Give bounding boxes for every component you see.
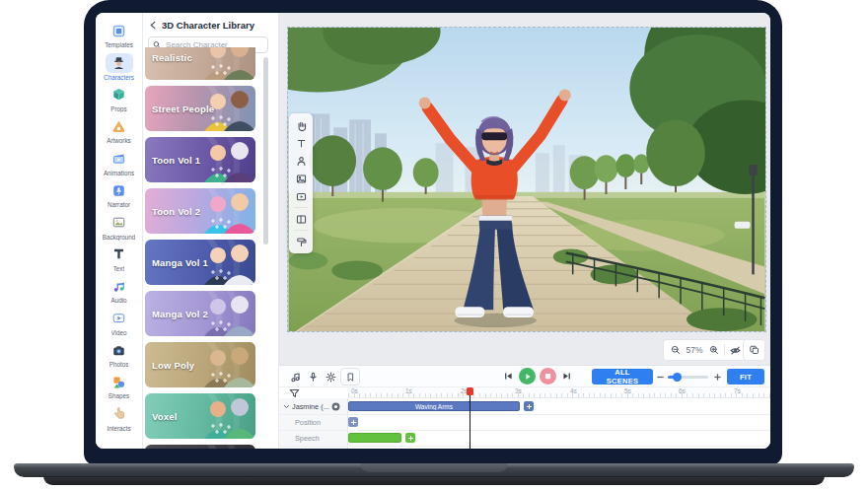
sparkle-icon xyxy=(209,217,235,231)
video-icon xyxy=(106,309,133,328)
text-tool-icon[interactable] xyxy=(291,134,311,152)
timeline-zoom-slider[interactable] xyxy=(668,376,708,379)
back-chevron-icon[interactable] xyxy=(149,21,158,30)
zoom-out-icon[interactable] xyxy=(668,343,683,358)
category-more[interactable] xyxy=(145,445,255,449)
hide-interface-icon[interactable] xyxy=(728,343,743,358)
timeline-ruler[interactable]: 0s 1s 2s 3s 4s 5s 6s 7s xyxy=(348,387,770,398)
laptop-base-shadow xyxy=(43,476,825,485)
narrator-icon xyxy=(106,180,133,200)
ruler-tick-label: 0s xyxy=(351,387,358,394)
sidebar-item-text[interactable]: Text xyxy=(96,243,142,274)
timeline-zoom-in-icon[interactable] xyxy=(711,369,723,385)
transport-controls xyxy=(502,368,573,385)
video-tool-icon[interactable] xyxy=(291,187,311,205)
canvas-zoom-controls: 57% xyxy=(663,339,748,361)
sparkle-icon xyxy=(209,371,235,385)
scene-canvas[interactable] xyxy=(287,27,766,332)
stage: 57% xyxy=(279,13,770,449)
sidebar-item-templates[interactable]: Templates xyxy=(96,19,142,50)
clip-speech[interactable] xyxy=(348,433,401,443)
character-library-panel: 3D Character Library Realistic Street Pe… xyxy=(143,13,279,449)
sidebar-item-photos[interactable]: Photos xyxy=(96,338,142,370)
ruler-tick-label: 1s xyxy=(405,387,412,394)
laptop-base xyxy=(14,463,854,477)
track-name-position[interactable]: Position xyxy=(279,414,348,430)
playhead-handle[interactable] xyxy=(467,387,473,395)
sparkle-icon xyxy=(209,422,235,436)
toolbar-divider xyxy=(294,207,308,208)
playhead-line[interactable] xyxy=(470,389,470,449)
skip-end-icon[interactable] xyxy=(560,368,573,385)
fit-button[interactable]: FIT xyxy=(727,369,764,385)
category-toon-vol-1[interactable]: Toon Vol 1 xyxy=(145,137,255,182)
layout-tool-icon[interactable] xyxy=(291,210,311,228)
audio-track-icon[interactable] xyxy=(287,369,303,385)
category-voxel[interactable]: Voxel xyxy=(145,393,255,439)
focus-icon[interactable] xyxy=(331,402,340,411)
add-speech-icon[interactable] xyxy=(405,433,415,443)
category-street-people[interactable]: Street People xyxy=(145,86,255,131)
sidebar-item-animations[interactable]: Animations xyxy=(96,147,142,178)
hand-tool-icon[interactable] xyxy=(291,116,311,134)
scene-3d-viewport-illustration xyxy=(288,28,765,331)
all-scenes-button[interactable]: ALL SCENES xyxy=(592,369,653,385)
characters-icon xyxy=(106,53,133,73)
category-realistic[interactable]: Realistic xyxy=(145,47,255,80)
sparkle-icon xyxy=(209,63,235,77)
timeline-zoom-out-icon[interactable] xyxy=(654,369,666,385)
sidebar-item-artworks[interactable]: Artworks xyxy=(96,114,142,146)
sidebar-item-interacts[interactable]: Interacts xyxy=(96,402,142,434)
ruler-tick-label: 3s xyxy=(515,387,522,394)
sidebar-item-background[interactable]: Background xyxy=(96,210,142,242)
library-scrollbar[interactable] xyxy=(263,57,268,245)
add-clip-icon[interactable] xyxy=(524,401,534,411)
library-title: 3D Character Library xyxy=(162,20,254,31)
lighting-icon[interactable] xyxy=(323,369,338,385)
ruler-tick-label: 6s xyxy=(679,387,686,394)
track-name-speech[interactable]: Speech xyxy=(279,430,348,446)
track-row-scenes: Scenes Scene 1 xyxy=(279,446,770,449)
category-toon-vol-2[interactable]: Toon Vol 2 xyxy=(145,188,255,234)
props-icon xyxy=(106,85,133,105)
sidebar-item-shapes[interactable]: Shapes xyxy=(96,370,142,401)
category-manga-vol-2[interactable]: Manga Vol 2 xyxy=(145,291,255,336)
sidebar-item-props[interactable]: Props xyxy=(96,83,142,114)
sidebar-item-audio[interactable]: Audio xyxy=(96,274,142,306)
skip-start-icon[interactable] xyxy=(502,368,515,385)
track-name-scenes[interactable]: Scenes xyxy=(279,446,348,449)
viewport-toolbar xyxy=(289,113,313,253)
voiceover-mic-icon[interactable] xyxy=(305,369,321,385)
bookmark-icon[interactable] xyxy=(340,368,360,385)
animations-icon xyxy=(106,149,133,169)
add-position-keyframe-icon[interactable] xyxy=(348,417,358,427)
sparkle-icon xyxy=(209,114,235,128)
duplicate-icon[interactable] xyxy=(743,339,765,361)
character-tool-icon[interactable] xyxy=(291,152,311,170)
category-manga-vol-1[interactable]: Manga Vol 1 xyxy=(145,240,255,285)
filter-icon[interactable] xyxy=(289,388,301,398)
sidebar-item-characters[interactable]: Characters xyxy=(96,50,142,82)
collapse-panel-icon[interactable] xyxy=(768,370,770,384)
library-header: 3D Character Library xyxy=(149,20,254,31)
clip-waving-arms[interactable]: Waving Arms xyxy=(348,401,520,411)
paint-roller-tool-icon[interactable] xyxy=(291,233,311,250)
chevron-down-icon xyxy=(283,403,290,410)
image-tool-icon[interactable] xyxy=(291,170,311,187)
background-icon xyxy=(106,213,133,233)
divider xyxy=(724,344,725,356)
category-low-poly[interactable]: Low Poly xyxy=(145,342,255,387)
sidebar-item-narrator[interactable]: Narrator xyxy=(96,178,142,210)
page: Templates Characters Props Artworks xyxy=(0,0,868,490)
zoom-level: 57% xyxy=(686,345,703,355)
timeline-toolbar: ALL SCENES FIT xyxy=(279,366,770,387)
photos-icon xyxy=(106,340,133,360)
sidebar-item-video[interactable]: Video xyxy=(96,307,142,338)
play-button[interactable] xyxy=(519,368,536,385)
stop-button[interactable] xyxy=(540,368,556,385)
track-name-jasmine[interactable]: Jasmine (... xyxy=(279,398,348,414)
sparkle-icon xyxy=(209,166,235,179)
timeline: ALL SCENES FIT xyxy=(279,365,770,449)
zoom-in-icon[interactable] xyxy=(706,343,721,358)
slider-thumb[interactable] xyxy=(673,373,682,382)
